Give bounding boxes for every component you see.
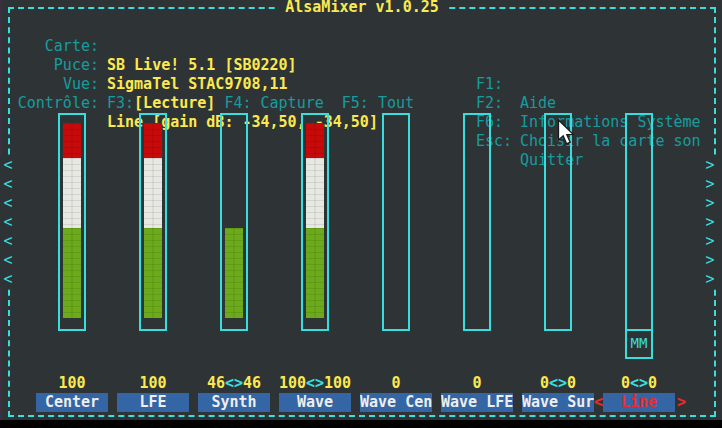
control-row: Contrôle: Line [gain dB: -34,50, -34,50]… xyxy=(0,75,722,94)
scroll-right-indicator: >>>>>>> xyxy=(702,156,718,289)
app-title: AlsaMixer v1.0.25 xyxy=(278,0,446,17)
scroll-right-arrow-icon: > xyxy=(702,251,718,270)
stereo-separator: <> xyxy=(306,374,324,392)
screen-bottom-gap xyxy=(0,420,722,428)
channel-value-wave: 100<>100 xyxy=(275,374,355,393)
volume-segment-green xyxy=(225,228,243,318)
scroll-left-arrow-icon: < xyxy=(0,270,16,289)
volume-fill xyxy=(63,123,81,318)
volume-left-value: 100 xyxy=(58,374,85,392)
channel-label-center[interactable]: Center xyxy=(36,393,108,412)
channel-value-line: 0<>0 xyxy=(599,374,679,393)
volume-segment-green xyxy=(306,228,324,318)
volume-bar-wave[interactable] xyxy=(301,113,329,331)
volume-right-value: 46 xyxy=(243,374,261,392)
volume-fill xyxy=(225,228,243,318)
view-f3-key[interactable]: F3: xyxy=(107,94,134,112)
scroll-left-arrow-icon: < xyxy=(0,232,16,251)
volume-segment-red xyxy=(144,123,162,158)
header: Carte: SB Live! 5.1 [SB0220] F1: Aide Pu… xyxy=(0,18,722,98)
volume-segment-green xyxy=(144,228,162,318)
scroll-left-arrow-icon: < xyxy=(0,251,16,270)
stereo-separator: <> xyxy=(225,374,243,392)
channel-label-wave[interactable]: Wave xyxy=(279,393,351,412)
volume-fill xyxy=(144,123,162,318)
channel-label-wave-sur[interactable]: Wave Sur xyxy=(522,393,594,412)
stereo-separator: <> xyxy=(630,374,648,392)
terminal-screen: AlsaMixer v1.0.25 Carte: SB Live! 5.1 [S… xyxy=(0,0,722,420)
stereo-separator: <> xyxy=(549,374,567,392)
volume-segment-white xyxy=(63,158,81,228)
volume-right-value: 100 xyxy=(324,374,351,392)
scroll-left-arrow-icon: < xyxy=(0,194,16,213)
scroll-right-arrow-icon: > xyxy=(702,213,718,232)
volume-segment-white xyxy=(306,158,324,228)
scroll-right-arrow-icon: > xyxy=(702,232,718,251)
volume-right-value: 0 xyxy=(567,374,576,392)
volume-left-value: 100 xyxy=(279,374,306,392)
volume-fill xyxy=(306,123,324,318)
channel-label-wave-lfe[interactable]: Wave LFE xyxy=(441,393,513,412)
volume-bar-wave-lfe[interactable] xyxy=(463,113,491,331)
channel-value-center: 100 xyxy=(32,374,112,393)
scroll-right-arrow-icon: > xyxy=(702,156,718,175)
help-key-f2: F2: xyxy=(476,94,503,113)
volume-segment-red xyxy=(63,123,81,158)
chip-row: Puce: SigmaTel STAC9708,11 F2: Informati… xyxy=(0,37,722,56)
mouse-cursor-icon xyxy=(557,119,577,146)
volume-left-value: 100 xyxy=(139,374,166,392)
channel-value-wave-sur: 0<>0 xyxy=(518,374,598,393)
volume-bar-lfe[interactable] xyxy=(139,113,167,331)
scroll-left-arrow-icon: < xyxy=(0,156,16,175)
selected-next-arrow: > xyxy=(677,393,686,412)
view-other-modes[interactable]: F4: Capture F5: Tout xyxy=(215,94,414,112)
volume-bar-synth[interactable] xyxy=(220,113,248,331)
channel-value-synth: 46<>46 xyxy=(194,374,274,393)
scroll-left-arrow-icon: < xyxy=(0,213,16,232)
mute-indicator-line[interactable]: MM xyxy=(625,331,653,359)
volume-segment-green xyxy=(63,228,81,318)
volume-right-value: 0 xyxy=(648,374,657,392)
scroll-right-arrow-icon: > xyxy=(702,194,718,213)
volume-left-value: 0 xyxy=(621,374,630,392)
scroll-right-arrow-icon: > xyxy=(702,270,718,289)
view-row: Vue: F3:[Lecture] F4: Capture F5: Tout F… xyxy=(0,56,722,75)
control-label: Contrôle: xyxy=(0,94,99,113)
channel-value-wave-lfe: 0 xyxy=(437,374,517,393)
volume-left-value: 0 xyxy=(472,374,481,392)
channel-label-lfe[interactable]: LFE xyxy=(117,393,189,412)
channel-value-wave-cen: 0 xyxy=(356,374,436,393)
volume-left-value: 46 xyxy=(207,374,225,392)
volume-left-value: 0 xyxy=(391,374,400,392)
scroll-left-indicator: <<<<<<< xyxy=(0,156,16,289)
volume-bar-center[interactable] xyxy=(58,113,86,331)
scroll-left-arrow-icon: < xyxy=(0,175,16,194)
selected-prev-arrow: < xyxy=(594,393,603,412)
volume-bar-line[interactable] xyxy=(625,113,653,331)
volume-segment-white xyxy=(144,158,162,228)
view-value: F3:[Lecture] F4: Capture F5: Tout xyxy=(107,94,414,113)
card-row: Carte: SB Live! 5.1 [SB0220] F1: Aide xyxy=(0,18,722,37)
channel-value-lfe: 100 xyxy=(113,374,193,393)
view-current-mode: [Lecture] xyxy=(134,94,215,112)
help-desc-f1: Aide xyxy=(520,94,556,113)
scroll-right-arrow-icon: > xyxy=(702,175,718,194)
channel-label-wave-cen[interactable]: Wave Cen xyxy=(360,393,432,412)
volume-segment-red xyxy=(306,123,324,158)
volume-bar-wave-cen[interactable] xyxy=(382,113,410,331)
channel-label-synth[interactable]: Synth xyxy=(198,393,270,412)
volume-left-value: 0 xyxy=(540,374,549,392)
channel-label-line[interactable]: Line xyxy=(603,393,675,412)
